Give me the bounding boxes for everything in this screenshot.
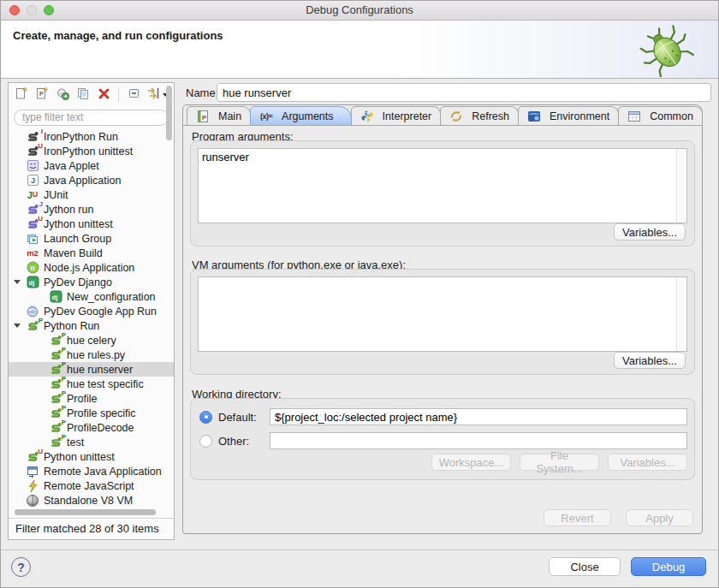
filter-input[interactable] — [14, 110, 169, 126]
revert-button[interactable]: Revert — [544, 509, 611, 526]
tree-item[interactable]: UIronPython unittest — [9, 144, 174, 158]
default-directory-input[interactable] — [270, 408, 687, 425]
tree-item-label: Jython run — [44, 204, 93, 216]
tree-item[interactable]: Phue rules.py — [9, 347, 174, 362]
tree-item[interactable]: Java Applet — [9, 158, 174, 173]
delete-button[interactable] — [95, 86, 112, 104]
tree-item[interactable]: Phue runserver — [9, 362, 174, 377]
tree-item[interactable]: JJava Application — [9, 173, 174, 187]
debug-button[interactable]: Debug — [631, 557, 706, 576]
tree-item[interactable]: Launch Group — [9, 231, 174, 246]
new-configuration-icon — [15, 86, 28, 103]
delete-icon — [98, 87, 110, 103]
nodejs-application-icon: n — [26, 261, 39, 275]
pydev-django-icon: dj — [49, 290, 62, 304]
tree-item[interactable]: Phue celery — [9, 333, 174, 347]
filter-configurations-button[interactable] — [146, 86, 168, 104]
apply-button[interactable]: Apply — [626, 509, 693, 526]
tree-item[interactable]: PProfile — [9, 391, 174, 406]
svg-text:dj: dj — [51, 294, 57, 301]
svg-text:P: P — [202, 113, 207, 121]
tab-label: Main — [218, 110, 241, 122]
program-arguments-textarea[interactable]: runserver — [199, 149, 686, 223]
pydev-django-icon: dj — [26, 276, 39, 289]
tab-main[interactable]: PMain — [187, 106, 251, 125]
tree-item[interactable]: PProfile specific — [9, 406, 174, 420]
zoom-window-icon[interactable] — [44, 5, 54, 15]
tree-item[interactable]: djPyDev Django — [9, 275, 174, 289]
tree-item[interactable]: m2Maven Build — [9, 246, 174, 260]
tree-item[interactable]: nNode.js Application — [9, 260, 174, 275]
vm-arguments-variables-button[interactable]: Variables... — [614, 352, 686, 369]
new-prototype-button[interactable]: P — [33, 86, 51, 104]
jython-unittest-icon: U — [26, 217, 39, 231]
tree-item[interactable]: PyDev Google App Run — [9, 304, 174, 318]
python-unittest-icon: U — [26, 450, 39, 464]
java-applet-icon — [26, 159, 39, 173]
python-run-icon: P — [26, 319, 39, 333]
textarea-scrollbar[interactable] — [676, 277, 686, 351]
expander-icon[interactable] — [14, 280, 21, 284]
tree-item-label: JUnit — [44, 189, 68, 201]
close-window-icon[interactable] — [9, 5, 20, 15]
export-configurations-button[interactable] — [54, 86, 71, 104]
dialog-footer: ? Close Debug — [1, 549, 718, 587]
environment-tab-icon — [527, 110, 541, 123]
svg-text:dj: dj — [28, 279, 34, 287]
tree-item[interactable]: UJython unittest — [9, 217, 174, 231]
variables-button[interactable]: Variables... — [608, 454, 687, 471]
program-arguments-variables-button[interactable]: Variables... — [614, 223, 686, 241]
launch-group-icon — [26, 232, 39, 246]
tree-item-label: Java Applet — [44, 160, 99, 172]
workspace-button[interactable]: Workspace... — [431, 454, 511, 471]
tab-environment[interactable]: Environment — [518, 106, 619, 125]
config-tree: IIronPython RunUIronPython unittestJava … — [9, 129, 174, 508]
traffic-lights — [9, 5, 54, 15]
filter-status: Filter matched 28 of 30 items — [15, 522, 159, 535]
tree-item[interactable]: Standalone V8 VM — [9, 493, 174, 508]
tree-item[interactable]: Remote JavaScript — [9, 478, 174, 493]
help-button[interactable]: ? — [11, 557, 31, 577]
default-radio[interactable] — [199, 411, 212, 424]
tab-arguments[interactable]: (x)=Arguments — [250, 106, 351, 125]
tree-item[interactable]: PPython Run — [9, 318, 174, 333]
tree-item[interactable]: Phue test specific — [9, 377, 174, 391]
tree-item-label: IronPython Run — [44, 131, 118, 143]
duplicate-button[interactable] — [74, 86, 92, 104]
minimize-window-icon[interactable] — [27, 5, 37, 15]
tree-item-label: Remote JavaScript — [44, 480, 134, 492]
file-system-button[interactable]: File System... — [520, 454, 599, 471]
textarea-scrollbar[interactable] — [676, 149, 686, 223]
tab-refresh[interactable]: Refresh — [440, 106, 519, 125]
python-run-icon: P — [49, 436, 62, 449]
collapse-all-button[interactable] — [125, 86, 142, 104]
tree-item[interactable]: JUJUnit — [9, 187, 174, 202]
tree-item[interactable]: UPython unittest — [9, 449, 174, 464]
name-label: Name: — [186, 86, 218, 99]
tree-item[interactable]: Ptest — [9, 435, 174, 449]
horizontal-scrollbar-thumb[interactable] — [15, 509, 156, 515]
other-radio[interactable] — [199, 435, 212, 448]
tree-item[interactable]: Remote Java Application — [9, 464, 174, 478]
tab-common[interactable]: Common — [618, 106, 703, 125]
tree-item[interactable]: IIronPython Run — [9, 129, 174, 144]
ironpython-unittest-icon: U — [26, 145, 39, 158]
vm-arguments-group: Variables... — [190, 269, 695, 375]
window-title: Debug Configurations — [306, 3, 413, 16]
expander-icon[interactable] — [14, 324, 21, 328]
tab-bar: PMain(x)=ArgumentsInterpreterRefreshEnvi… — [183, 105, 702, 126]
close-button[interactable]: Close — [549, 557, 621, 576]
tab-interpreter[interactable]: Interpreter — [351, 106, 442, 125]
maven-build-icon: m2 — [26, 246, 39, 260]
tree-item[interactable]: JJython run — [9, 202, 174, 217]
other-directory-input[interactable] — [270, 432, 687, 449]
tree-item[interactable]: PProfileDecode — [9, 420, 174, 435]
tree-item[interactable]: djNew_configuration — [9, 289, 174, 304]
name-input[interactable] — [217, 83, 711, 102]
svg-text:J: J — [31, 176, 35, 185]
vm-arguments-textarea[interactable] — [199, 277, 686, 351]
vertical-scrollbar-thumb[interactable] — [166, 86, 172, 140]
main-tab-icon: P — [196, 110, 210, 123]
new-configuration-button[interactable] — [13, 86, 30, 104]
debug-configurations-dialog: Debug Configurations Create, manage, and… — [0, 0, 719, 588]
